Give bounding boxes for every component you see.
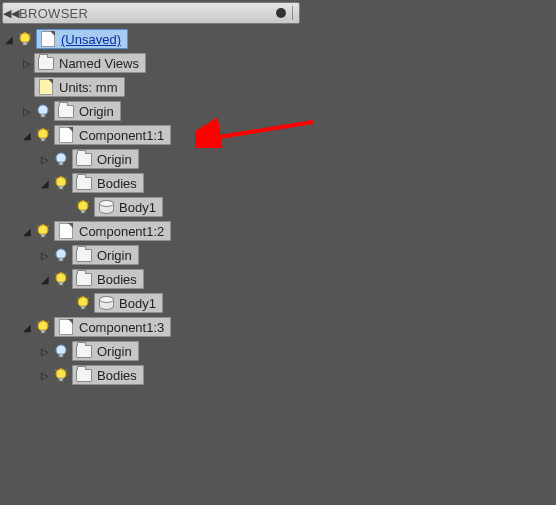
folder-icon	[76, 272, 92, 286]
bulb-icon[interactable]	[52, 246, 70, 264]
expander-icon[interactable]: ◢	[20, 322, 34, 333]
folder-icon	[76, 344, 92, 358]
bulb-icon[interactable]	[52, 150, 70, 168]
folder-icon	[38, 56, 54, 70]
expander-icon[interactable]: ▷	[38, 154, 52, 165]
node-label: Bodies	[97, 272, 137, 287]
node-label: Component1:2	[79, 224, 164, 239]
tree-row-component1-1[interactable]: ◢ Component1:1	[2, 124, 300, 146]
tree: ◢ (Unsaved) ▷ Named Views ▷ Units: mm	[2, 28, 300, 386]
tree-row-comp1-body1[interactable]: Body1	[2, 196, 300, 218]
tree-row-root[interactable]: ◢ (Unsaved)	[2, 28, 300, 50]
node-chip[interactable]: Body1	[94, 293, 163, 313]
bulb-icon[interactable]	[34, 126, 52, 144]
doc-icon	[58, 224, 74, 238]
expander-icon[interactable]: ▷	[20, 58, 34, 69]
node-chip[interactable]: Body1	[94, 197, 163, 217]
node-label: Bodies	[97, 176, 137, 191]
expander-icon[interactable]: ◢	[2, 34, 16, 45]
folder-icon	[58, 104, 74, 118]
node-chip[interactable]: Units: mm	[34, 77, 125, 97]
bulb-icon[interactable]	[74, 198, 92, 216]
node-chip[interactable]: Origin	[72, 149, 139, 169]
expander-icon[interactable]: ◢	[20, 130, 34, 141]
node-label: Origin	[97, 152, 132, 167]
bulb-icon[interactable]	[74, 294, 92, 312]
node-chip[interactable]: Component1:1	[54, 125, 171, 145]
node-label: Body1	[119, 296, 156, 311]
node-label: Named Views	[59, 56, 139, 71]
tree-row-comp1-bodies[interactable]: ◢ Bodies	[2, 172, 300, 194]
node-label: Origin	[97, 248, 132, 263]
node-label: Units: mm	[59, 80, 118, 95]
panel-header: ◀◀ BROWSER	[2, 2, 300, 24]
bulb-icon[interactable]	[52, 366, 70, 384]
bulb-icon[interactable]	[34, 102, 52, 120]
expander-icon[interactable]: ▷	[38, 370, 52, 381]
bulb-icon[interactable]	[52, 342, 70, 360]
node-label: Component1:3	[79, 320, 164, 335]
folder-icon	[76, 368, 92, 382]
expander-icon[interactable]: ◢	[38, 178, 52, 189]
doc-icon	[40, 32, 56, 46]
node-label: Origin	[79, 104, 114, 119]
node-chip[interactable]: Component1:3	[54, 317, 171, 337]
tree-row-comp2-bodies[interactable]: ◢ Bodies	[2, 268, 300, 290]
node-chip[interactable]: Origin	[54, 101, 121, 121]
folder-icon	[76, 176, 92, 190]
expander-icon[interactable]: ◢	[20, 226, 34, 237]
panel-title: BROWSER	[19, 6, 276, 21]
expander-icon[interactable]: ▷	[38, 346, 52, 357]
expander-icon[interactable]: ▷	[38, 250, 52, 261]
tree-row-comp3-origin[interactable]: ▷ Origin	[2, 340, 300, 362]
tree-row-comp2-origin[interactable]: ▷ Origin	[2, 244, 300, 266]
collapse-icon[interactable]: ◀◀	[3, 7, 19, 20]
browser-panel: ◀◀ BROWSER ◢ (Unsaved) ▷ Named Views	[2, 2, 300, 388]
node-chip[interactable]: Bodies	[72, 173, 144, 193]
doc-icon	[58, 128, 74, 142]
node-chip[interactable]: Bodies	[72, 365, 144, 385]
node-chip[interactable]: Component1:2	[54, 221, 171, 241]
panel-dot-icon[interactable]	[276, 8, 286, 18]
node-label: Origin	[97, 344, 132, 359]
node-label: (Unsaved)	[61, 32, 121, 47]
node-chip[interactable]: Bodies	[72, 269, 144, 289]
node-chip[interactable]: Origin	[72, 341, 139, 361]
body-icon	[98, 200, 114, 214]
node-chip[interactable]: (Unsaved)	[36, 29, 128, 49]
bulb-icon[interactable]	[52, 174, 70, 192]
tree-row-origin[interactable]: ▷ Origin	[2, 100, 300, 122]
node-label: Body1	[119, 200, 156, 215]
doc-icon	[38, 80, 54, 94]
node-label: Bodies	[97, 368, 137, 383]
bulb-icon[interactable]	[52, 270, 70, 288]
folder-icon	[76, 152, 92, 166]
node-label: Component1:1	[79, 128, 164, 143]
bulb-icon[interactable]	[16, 30, 34, 48]
node-chip[interactable]: Named Views	[34, 53, 146, 73]
tree-row-comp1-origin[interactable]: ▷ Origin	[2, 148, 300, 170]
tree-row-component1-3[interactable]: ◢ Component1:3	[2, 316, 300, 338]
node-chip[interactable]: Origin	[72, 245, 139, 265]
bulb-icon[interactable]	[34, 318, 52, 336]
panel-divider	[292, 6, 293, 20]
tree-row-component1-2[interactable]: ◢ Component1:2	[2, 220, 300, 242]
tree-row-comp2-body1[interactable]: Body1	[2, 292, 300, 314]
expander-icon[interactable]: ▷	[20, 106, 34, 117]
doc-icon	[58, 320, 74, 334]
tree-row-named-views[interactable]: ▷ Named Views	[2, 52, 300, 74]
body-icon	[98, 296, 114, 310]
expander-icon[interactable]: ◢	[38, 274, 52, 285]
bulb-icon[interactable]	[34, 222, 52, 240]
folder-icon	[76, 248, 92, 262]
tree-row-units[interactable]: ▷ Units: mm	[2, 76, 300, 98]
tree-row-comp3-bodies[interactable]: ▷ Bodies	[2, 364, 300, 386]
